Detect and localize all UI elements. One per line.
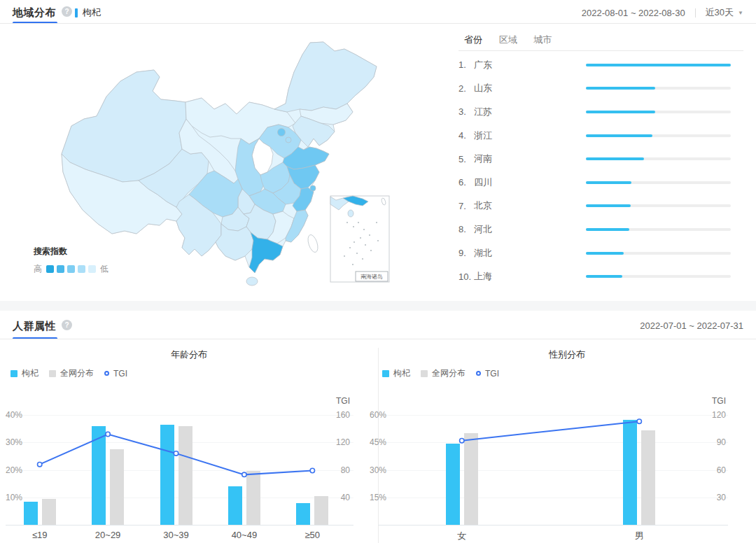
rank-bar-fill [586,111,655,113]
bar-全网分布-30~39[interactable] [178,426,192,525]
right-axis-tick: 120 [322,437,350,447]
rank-bar-track [586,64,731,66]
demographics-date-range-wrap: 2022-07-01 ~ 2022-07-31 [640,320,743,331]
category-label: 男 [608,530,671,542]
rank-bar-track [586,204,731,207]
rank-bar-track [586,275,731,278]
age-distribution-chart: 年龄分布枸杞全网分布TGI10%4020%8030%12040%160TGI≤1… [0,346,378,543]
chart-title: 性别分布 [378,348,756,361]
right-axis-tick: 30 [698,493,726,502]
legend-square-icon [421,370,428,377]
rank-row-湖北[interactable]: 9.湖北 [458,241,743,265]
keyword-color-bar-icon [75,8,78,17]
map-legend-low: 低 [100,263,108,275]
divider [695,8,696,17]
rank-bar-track [586,87,731,90]
bar-全网分布-女[interactable] [464,433,478,525]
gridline [378,442,728,443]
legend-label: 全网分布 [432,367,465,379]
rank-bar-track [586,228,731,231]
south-china-sea-inset: 南海诸岛 [330,196,389,282]
legend-item-枸杞[interactable]: 枸杞 [10,367,38,379]
legend-square-icon [49,370,56,377]
gridline [6,415,354,416]
rank-province-name: 河北 [474,223,586,236]
legend-item-TGI[interactable]: TGI [476,369,499,379]
tgi-axis-label: TGI [322,396,350,406]
gridline [378,415,728,416]
left-axis-tick: 40% [6,410,34,420]
rank-bar-fill [586,64,731,66]
bar-全网分布-20~29[interactable] [110,449,124,525]
bar-枸杞-≥50[interactable] [296,503,310,525]
bar-全网分布-男[interactable] [641,430,655,525]
tgi-point-男[interactable] [637,419,641,423]
left-axis-tick: 20% [6,465,34,475]
bar-枸杞-20~29[interactable] [92,426,106,525]
province-heilongjiang[interactable] [274,42,377,112]
legend-item-全网分布[interactable]: 全网分布 [49,367,94,379]
tab-city[interactable]: 城市 [533,34,552,46]
province-tianjin[interactable] [286,137,291,143]
header-divider [0,23,756,24]
rank-row-北京[interactable]: 7.北京 [458,195,743,218]
rank-province-name: 山东 [474,82,586,94]
bar-枸杞-30~39[interactable] [160,425,174,525]
bar-枸杞-女[interactable] [446,444,460,525]
category-label: ≤19 [8,530,71,540]
province-shanghai[interactable] [310,185,316,191]
legend-label: 全网分布 [60,367,94,379]
tab-province[interactable]: 省份 [464,34,482,46]
right-axis-tick: 60 [698,465,726,475]
region-rank-list: 1.广东2.山东3.江苏4.浙江5.河南6.四川7.北京8.河北9.湖北10.上… [458,53,743,288]
rank-number: 8. [458,224,474,234]
legend-item-TGI[interactable]: TGI [104,369,127,379]
legend-circle-icon [104,371,109,376]
bar-全网分布-≤19[interactable] [42,499,56,525]
keyword-label: 枸杞 [83,6,101,19]
tgi-point-≤19[interactable] [38,462,42,466]
legend-item-全网分布[interactable]: 全网分布 [421,367,465,379]
rank-row-山东[interactable]: 2.山东 [458,77,743,101]
rank-row-河北[interactable]: 8.河北 [458,218,743,241]
category-label: 30~39 [145,530,208,540]
rank-row-广东[interactable]: 1.广东 [458,53,743,77]
rank-number: 2. [458,83,474,94]
bar-全网分布-≥50[interactable] [314,496,328,525]
help-icon[interactable]: ? [62,320,72,330]
right-axis-tick: 90 [698,437,726,447]
rank-row-浙江[interactable]: 4.浙江 [458,124,743,148]
rank-row-四川[interactable]: 6.四川 [458,171,743,195]
rank-bar-track [586,134,731,137]
rank-row-上海[interactable]: 10.上海 [458,265,743,288]
region-date-range: 2022-08-01 ~ 2022-08-30 [582,8,685,18]
help-icon[interactable]: ? [62,6,72,17]
legend-label: 枸杞 [393,367,410,379]
chart-legend: 枸杞全网分布TGI [382,367,499,379]
rank-number: 9. [458,248,474,258]
bar-全网分布-40~49[interactable] [246,471,260,525]
map-scale-swatch-2 [67,265,75,273]
bar-枸杞-≤19[interactable] [24,502,38,525]
rank-number: 6. [458,177,474,188]
province-beijing[interactable] [278,129,286,136]
gridline [378,470,728,471]
map-legend: 搜索指数 高 低 [34,246,108,275]
time-range-dropdown[interactable]: 近30天 ▼ [706,6,743,19]
province-taiwan[interactable] [306,234,319,253]
map-legend-high: 高 [34,263,42,275]
legend-item-枸杞[interactable]: 枸杞 [382,367,410,379]
legend-label: TGI [113,369,127,379]
rank-province-name: 四川 [474,176,586,189]
map-scale-swatch-0 [46,265,54,273]
province-hainan[interactable] [246,277,258,285]
rank-province-name: 河南 [474,153,586,165]
bar-枸杞-40~49[interactable] [228,486,242,525]
rank-row-江苏[interactable]: 3.江苏 [458,100,743,124]
tab-region[interactable]: 区域 [499,34,517,46]
rank-bar-fill [586,275,622,278]
tgi-point-20~29[interactable] [106,432,110,436]
rank-bar-fill [586,87,655,90]
bar-枸杞-男[interactable] [623,420,637,525]
rank-row-河南[interactable]: 5.河南 [458,147,743,171]
